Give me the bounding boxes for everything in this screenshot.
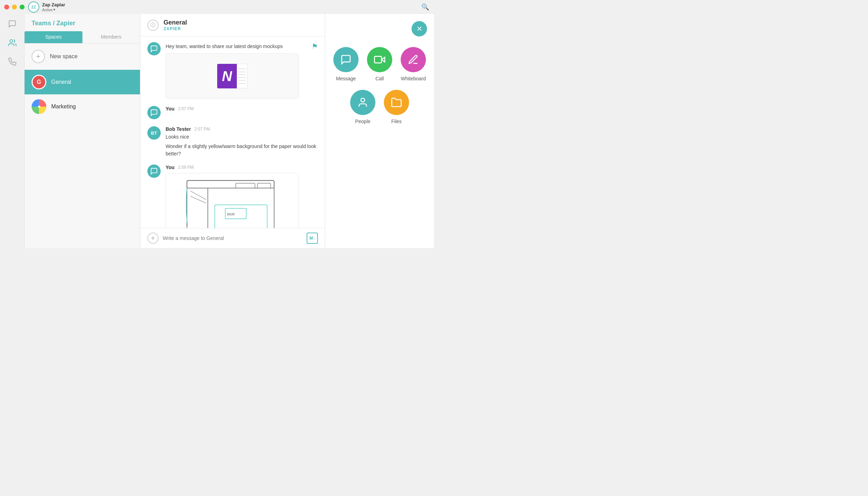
message-sender: You: [166, 106, 174, 112]
message-text: Looks nice: [166, 133, 318, 141]
svg-point-0: [10, 40, 13, 42]
tab-spaces[interactable]: Spaces: [25, 31, 82, 43]
maximize-traffic-light[interactable]: [20, 5, 25, 9]
marketing-avatar: ✦: [32, 99, 46, 114]
people-action-icon: [350, 90, 375, 115]
tab-members[interactable]: Members: [82, 31, 140, 43]
sketch-image: mott: [166, 173, 299, 228]
message-time: 2:07 PM: [178, 106, 194, 111]
left-panel: Teams / Zapier Spaces Members + New spac…: [25, 14, 140, 248]
onenote-n: N: [217, 64, 237, 88]
message-row: You 2:07 PM: [147, 106, 318, 119]
onenote-attachment[interactable]: N: [166, 53, 299, 99]
svg-marker-12: [381, 57, 385, 62]
channel-name: General: [163, 19, 187, 26]
chat-area: ⓘ General ZAPIER Hey team, wanted to sha…: [140, 14, 325, 248]
channel-info: General ZAPIER: [163, 19, 187, 31]
channel-info-icon[interactable]: ⓘ: [147, 20, 159, 31]
close-traffic-light[interactable]: [4, 5, 9, 9]
user-name: Zap Zaplar: [42, 2, 65, 7]
action-message[interactable]: Message: [333, 47, 359, 81]
titlebar: ZZ Zap Zaplar Active ▾ 🔍: [0, 0, 434, 14]
new-space-plus-icon: +: [32, 50, 45, 63]
space-item-general[interactable]: G General: [25, 70, 140, 94]
message-avatar: [147, 106, 161, 119]
user-status[interactable]: Active ▾: [42, 7, 65, 12]
message-avatar: [147, 165, 161, 178]
new-space-label: New space: [50, 53, 78, 60]
flag-icon[interactable]: ⚑: [312, 42, 318, 51]
markdown-button[interactable]: M↓: [307, 233, 318, 244]
message-row: BT Bob Tester 2:07 PM Looks nice Wonder …: [147, 126, 318, 157]
search-icon[interactable]: 🔍: [421, 3, 429, 11]
onenote-lines: [237, 64, 247, 88]
sidebar-icons: [0, 14, 25, 248]
chat-header: ⓘ General ZAPIER: [140, 14, 325, 36]
svg-text:mott: mott: [227, 212, 235, 216]
sketch-attachment[interactable]: mott 02:09:18.jpg 142 KB: [166, 173, 299, 228]
message-action-label: Message: [336, 76, 356, 81]
message-content: You 2:09 PM: [166, 165, 318, 228]
message-meta: Bob Tester 2:07 PM: [166, 126, 318, 132]
action-people[interactable]: People: [350, 90, 375, 124]
message-avatar: [147, 42, 161, 55]
traffic-lights: [4, 5, 25, 9]
svg-rect-1: [166, 174, 299, 228]
action-files[interactable]: Files: [384, 90, 409, 124]
sidebar-phone-icon[interactable]: [8, 58, 16, 68]
minimize-traffic-light[interactable]: [12, 5, 17, 9]
close-right-panel-button[interactable]: ✕: [412, 21, 427, 36]
message-input-bar: + M↓: [140, 228, 325, 248]
new-space-button[interactable]: + New space: [25, 43, 140, 70]
general-avatar: G: [32, 75, 46, 89]
message-row: You 2:09 PM: [147, 165, 318, 228]
message-meta: You 2:07 PM: [166, 106, 318, 112]
people-action-label: People: [355, 119, 370, 124]
message-row: Hey team, wanted to share our latest des…: [147, 42, 318, 99]
marketing-name: Marketing: [51, 103, 76, 110]
message-sender: You: [166, 165, 174, 170]
message-input[interactable]: [163, 235, 302, 241]
whiteboard-action-label: Whiteboard: [401, 76, 426, 81]
message-text: Hey team, wanted to share our latest des…: [166, 43, 283, 50]
files-action-icon: [384, 90, 409, 115]
files-action-label: Files: [391, 119, 402, 124]
svg-rect-13: [374, 56, 381, 63]
message-action-icon: [333, 47, 359, 72]
right-panel: ✕ Message Call: [325, 14, 434, 248]
message-text-2: Wonder if a slightly yellow/warm backgro…: [166, 143, 318, 157]
message-content: Bob Tester 2:07 PM Looks nice Wonder if …: [166, 126, 318, 157]
general-name: General: [51, 79, 71, 85]
user-info: Zap Zaplar Active ▾: [42, 2, 65, 12]
user-avatar: ZZ: [28, 1, 39, 13]
message-avatar: BT: [147, 126, 161, 140]
message-content: Hey team, wanted to share our latest des…: [166, 42, 318, 99]
channel-team: ZAPIER: [163, 26, 187, 31]
call-action-icon: [367, 47, 392, 72]
message-meta: You 2:09 PM: [166, 165, 318, 170]
sidebar-people-icon[interactable]: [8, 39, 16, 49]
main-layout: Teams / Zapier Spaces Members + New spac…: [0, 14, 434, 248]
message-time: 2:07 PM: [194, 127, 210, 132]
sidebar-chat-icon[interactable]: [8, 20, 16, 30]
action-call[interactable]: Call: [367, 47, 392, 81]
whiteboard-action-icon: [401, 47, 426, 72]
svg-point-14: [361, 98, 365, 102]
message-sender: Bob Tester: [166, 126, 191, 132]
action-buttons: Message Call: [332, 47, 427, 124]
add-attachment-button[interactable]: +: [147, 233, 159, 244]
panel-title: Teams / Zapier: [25, 14, 140, 27]
onenote-icon: N: [217, 64, 247, 88]
messages-list: Hey team, wanted to share our latest des…: [140, 36, 325, 228]
action-whiteboard[interactable]: Whiteboard: [401, 47, 426, 81]
panel-tabs: Spaces Members: [25, 31, 140, 43]
message-content: You 2:07 PM: [166, 106, 318, 113]
call-action-label: Call: [375, 76, 384, 81]
space-item-marketing[interactable]: ✦ Marketing: [25, 94, 140, 119]
message-time: 2:09 PM: [178, 165, 194, 170]
